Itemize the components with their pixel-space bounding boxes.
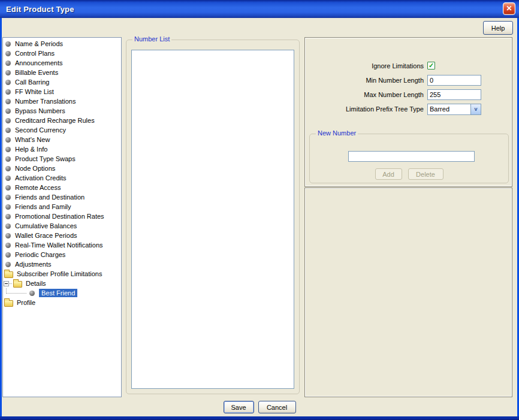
- combo-selected-value: Barred: [428, 104, 470, 114]
- ignore-limitations-checkbox[interactable]: ✓: [427, 62, 435, 70]
- tree-item-best-friend[interactable]: Best Friend: [3, 288, 121, 298]
- tree-item-wallet-grace-periods[interactable]: Wallet Grace Periods: [3, 231, 121, 240]
- bullet-icon: [5, 233, 11, 238]
- bullet-icon: [5, 51, 11, 56]
- bullet-icon: [5, 214, 11, 219]
- bullet-icon: [5, 70, 11, 75]
- tree-item-label: What's New: [15, 135, 52, 144]
- tree-item-label: Details: [26, 279, 48, 288]
- details-panel: Ignore Limitations ✓ Min Number Length M…: [304, 37, 512, 187]
- bullet-icon: [5, 61, 11, 66]
- tree-item-label: FF White List: [15, 87, 56, 96]
- add-button[interactable]: Add: [375, 168, 402, 180]
- bullet-icon: [5, 223, 11, 229]
- tree-item-ff-white-list[interactable]: FF White List: [3, 87, 121, 96]
- tree-item-label: Help & Info: [15, 145, 49, 153]
- max-number-length-label: Max Number Length: [305, 91, 424, 98]
- tree-item-label: Product Type Swaps: [15, 155, 77, 163]
- tree-item-label: Billable Events: [15, 68, 60, 77]
- tree-item-billable-events[interactable]: Billable Events: [3, 68, 121, 77]
- folder-icon: [4, 271, 13, 278]
- min-number-length-input[interactable]: [427, 75, 481, 86]
- bullet-icon: [5, 252, 11, 258]
- bullet-icon: [5, 89, 11, 95]
- tree-item-number-translations[interactable]: Number Translations: [3, 96, 121, 106]
- tree-item-call-barring[interactable]: Call Barring: [3, 77, 121, 87]
- bullet-icon: [5, 243, 11, 248]
- tree-item-periodic-charges[interactable]: Periodic Charges: [3, 250, 121, 259]
- bullet-icon: [5, 204, 11, 210]
- limitation-prefix-tree-type-select[interactable]: Barred v: [427, 104, 481, 115]
- expander-minus-icon[interactable]: [4, 281, 9, 286]
- tree-item-second-currency[interactable]: Second Currency: [3, 125, 121, 135]
- bullet-icon: [5, 80, 11, 85]
- details-form: Ignore Limitations ✓ Min Number Length M…: [305, 62, 483, 118]
- bullet-icon: [5, 128, 11, 133]
- tree-item-remote-access[interactable]: Remote Access: [3, 183, 121, 192]
- number-list[interactable]: [131, 50, 294, 389]
- tree-item-label: Node Options: [15, 164, 57, 173]
- help-button[interactable]: Help: [483, 21, 513, 35]
- tree-item-label: Profile: [17, 298, 37, 307]
- tree-item-real-time-wallet-notifications[interactable]: Real-Time Wallet Notifications: [3, 240, 121, 250]
- tree-item-node-options[interactable]: Node Options: [3, 164, 121, 173]
- tree-item-friends-and-destination[interactable]: Friends and Destination: [3, 192, 121, 202]
- tree-item-label: Bypass Numbers: [15, 107, 67, 115]
- min-number-length-row: Min Number Length: [305, 75, 483, 86]
- limitation-prefix-tree-type-row: Limitation Prefix Tree Type Barred v: [305, 104, 483, 114]
- min-number-length-label: Min Number Length: [305, 77, 424, 84]
- tree-item-bypass-numbers[interactable]: Bypass Numbers: [3, 106, 121, 116]
- tree-item-label: Friends and Destination: [15, 193, 86, 201]
- tree-item-label: Cumulative Balances: [15, 222, 79, 230]
- tree-item-help-info[interactable]: Help & Info: [3, 144, 121, 154]
- ignore-limitations-label: Ignore Limitations: [305, 62, 424, 70]
- title-bar: Edit Product Type ✕: [0, 0, 519, 18]
- new-number-input[interactable]: [348, 151, 475, 162]
- tree-item-label: Adjustments: [15, 260, 53, 268]
- close-icon[interactable]: ✕: [503, 2, 515, 15]
- max-number-length-row: Max Number Length: [305, 89, 483, 100]
- cancel-button[interactable]: Cancel: [258, 401, 296, 413]
- max-number-length-input[interactable]: [427, 89, 481, 100]
- chevron-down-icon[interactable]: v: [470, 104, 481, 114]
- tree-item-control-plans[interactable]: Control Plans: [3, 49, 121, 58]
- bullet-icon: [5, 147, 11, 152]
- tree-item-activation-credits[interactable]: Activation Credits: [3, 173, 121, 183]
- bullet-icon: [5, 108, 11, 114]
- tree-item-cumulative-balances[interactable]: Cumulative Balances: [3, 221, 121, 231]
- tree-item-label: Remote Access: [15, 183, 62, 192]
- tree-item-name-periods[interactable]: Name & Periods: [3, 39, 121, 49]
- delete-button[interactable]: Delete: [408, 168, 443, 180]
- tree-item-label: Second Currency: [15, 126, 68, 134]
- tree-item-what-s-new[interactable]: What's New: [3, 135, 121, 144]
- tree-item-announcements[interactable]: Announcements: [3, 58, 121, 68]
- tree-item-label: Activation Credits: [15, 174, 68, 182]
- bullet-icon: [5, 41, 11, 47]
- footer: Save Cancel: [0, 401, 519, 413]
- tree-item-promotional-destination-rates[interactable]: Promotional Destination Rates: [3, 211, 121, 221]
- tree-item-details[interactable]: Details: [3, 279, 121, 288]
- tree-item-label: Creditcard Recharge Rules: [15, 116, 96, 125]
- bullet-icon: [5, 156, 11, 162]
- limitation-prefix-tree-type-label: Limitation Prefix Tree Type: [305, 105, 424, 113]
- tree-item-friends-and-family[interactable]: Friends and Family: [3, 202, 121, 211]
- tree-item-adjustments[interactable]: Adjustments: [3, 259, 121, 269]
- bullet-icon: [5, 176, 11, 181]
- tree-connector: [9, 283, 12, 284]
- tree-item-creditcard-recharge-rules[interactable]: Creditcard Recharge Rules: [3, 116, 121, 125]
- bullet-icon: [5, 166, 11, 171]
- bullet-icon: [5, 118, 11, 123]
- save-button[interactable]: Save: [224, 401, 254, 413]
- tree-item-subscriber-profile-limitations[interactable]: Subscriber Profile Limitations: [3, 269, 121, 279]
- tree-item-profile[interactable]: Profile: [3, 298, 121, 307]
- tree-item-label: Control Plans: [15, 49, 56, 58]
- tree-item-product-type-swaps[interactable]: Product Type Swaps: [3, 154, 121, 164]
- tree-item-label: Number Translations: [15, 97, 78, 105]
- bullet-icon: [5, 195, 11, 200]
- tree-item-label: Wallet Grace Periods: [15, 231, 79, 240]
- new-number-groupbox: New Number Add Delete: [309, 134, 509, 183]
- new-number-title: New Number: [316, 129, 358, 137]
- bullet-icon: [5, 137, 11, 143]
- bullet-icon: [5, 185, 11, 191]
- folder-icon: [4, 300, 13, 307]
